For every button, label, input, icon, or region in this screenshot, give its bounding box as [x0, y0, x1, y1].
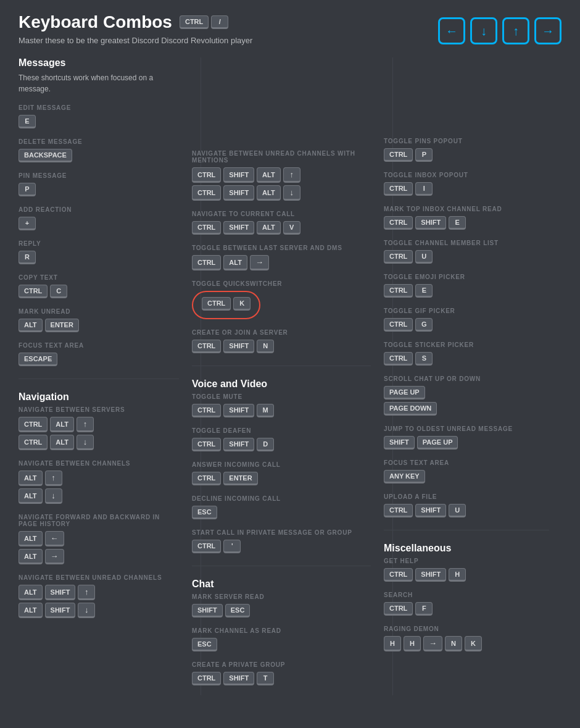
key-down: ↓: [283, 185, 300, 201]
header-left: Keyboard Combos CTRL / Master these to b…: [19, 12, 252, 45]
key-d: D: [257, 438, 274, 451]
key-ctrl: CTRL: [19, 285, 48, 298]
key-pageup: PAGE UP: [384, 386, 425, 400]
key-ctrl: CTRL: [384, 568, 413, 582]
key-ctrl: CTRL: [384, 148, 413, 162]
shortcut-toggle-quickswitcher: TOGGLE QUICKSWITCHER CTRL K: [192, 280, 371, 319]
get-help-label: GET HELP: [384, 558, 549, 564]
nav-right-arrow[interactable]: →: [534, 17, 561, 44]
shortcut-nav-current-call: NAVIGATE TO CURRENT CALL CTRL SHIFT ALT …: [192, 211, 371, 235]
toggle-inbox-label: TOGGLE INBOX POPOUT: [384, 172, 549, 178]
key-up: ↑: [77, 417, 94, 432]
title-key-slash: /: [211, 15, 228, 29]
key-up: ↑: [283, 167, 300, 183]
shortcut-search: SEARCH CTRL F: [384, 592, 549, 616]
key-down: ↓: [78, 603, 95, 618]
key-ctrl: CTRL: [192, 672, 221, 685]
key-h: H: [449, 568, 466, 582]
reply-label: REPLY: [19, 240, 179, 247]
key-shift: SHIFT: [223, 221, 254, 235]
quickswitcher-highlight: CTRL K: [192, 291, 260, 319]
title-key-ctrl: CTRL: [180, 15, 209, 29]
divider-3: [192, 566, 371, 566]
mark-channel-read-label: MARK CHANNEL AS READ: [192, 627, 371, 634]
shortcut-toggle-member-list: TOGGLE CHANNEL MEMBER LIST CTRL U: [384, 240, 549, 264]
voice-video-title: Voice and Video: [192, 379, 371, 390]
key-pagedown: PAGE DOWN: [384, 402, 437, 416]
key-shift: SHIFT: [223, 404, 254, 417]
key-r: R: [19, 251, 36, 264]
key-ctrl: CTRL: [384, 182, 413, 196]
nav-arrows: ← ↓ ↑ →: [438, 17, 561, 44]
key-shift: SHIFT: [223, 672, 254, 685]
divider-4: [384, 530, 549, 530]
shortcut-toggle-deafen: TOGGLE DEAFEN CTRL SHIFT D: [192, 427, 371, 451]
key-e: E: [449, 216, 466, 230]
toggle-deafen-label: TOGGLE DEAFEN: [192, 427, 371, 434]
upload-file-label: UPLOAD A FILE: [384, 493, 549, 500]
nav-down-arrow[interactable]: ↓: [470, 17, 497, 44]
key-shift: SHIFT: [45, 603, 76, 618]
key-up: ↑: [78, 585, 95, 600]
shortcut-jump-oldest-unread: JUMP TO OLDEST UNREAD MESSAGE SHIFT PAGE…: [384, 425, 549, 450]
scroll-chat-label: SCROLL CHAT UP OR DOWN: [384, 375, 549, 382]
jump-oldest-unread-label: JUMP TO OLDEST UNREAD MESSAGE: [384, 425, 549, 432]
key-ctrl: CTRL: [202, 297, 231, 311]
key-s: S: [415, 352, 433, 366]
create-join-server-label: CREATE OR JOIN A SERVER: [192, 329, 371, 336]
shortcut-nav-unread-mentions: NAVIGATE BETWEEN UNREAD CHANNELS WITH ME…: [192, 150, 371, 201]
copy-text-label: COPY TEXT: [19, 274, 179, 281]
focus-text-area-right-label: FOCUS TEXT AREA: [384, 459, 549, 466]
key-ctrl: CTRL: [192, 185, 221, 201]
key-shift: SHIFT: [192, 604, 223, 617]
nav-current-call-label: NAVIGATE TO CURRENT CALL: [192, 211, 371, 217]
toggle-emoji-label: TOGGLE EMOJI PICKER: [384, 274, 549, 280]
key-h2: H: [404, 636, 421, 651]
toggle-mute-label: TOGGLE MUTE: [192, 393, 371, 400]
shortcut-toggle-mute: TOGGLE MUTE CTRL SHIFT M: [192, 393, 371, 417]
mark-unread-label: MARK UNREAD: [19, 308, 179, 315]
shortcut-reply: REPLY R: [19, 240, 179, 264]
title-row: Keyboard Combos CTRL /: [19, 12, 252, 32]
shortcut-add-reaction: ADD REACTION +: [19, 206, 179, 230]
toggle-quickswitcher-label: TOGGLE QUICKSWITCHER: [192, 280, 371, 287]
toggle-sticker-label: TOGGLE STICKER PICKER: [384, 341, 549, 348]
toggle-last-server-label: TOGGLE BETWEEN LAST SERVER AND DMS: [192, 245, 371, 251]
key-esc: ESC: [192, 506, 217, 519]
key-enter: ENTER: [223, 472, 257, 485]
key-ctrl: CTRL: [384, 504, 413, 517]
key-esc: ESC: [192, 638, 217, 651]
key-f: F: [415, 602, 433, 616]
toggle-pins-label: TOGGLE PINS POPOUT: [384, 138, 549, 144]
create-private-group-label: CREATE A PRIVATE GROUP: [192, 661, 371, 668]
key-v: V: [283, 221, 300, 235]
shortcut-edit-message: EDIT MESSAGE E: [19, 104, 179, 128]
shortcut-mark-server-read: MARK SERVER READ SHIFT ESC: [192, 593, 371, 617]
nav-left-arrow[interactable]: ←: [438, 17, 465, 44]
start-call-label: START CALL IN PRIVATE MESSAGE OR GROUP: [192, 529, 371, 536]
shortcut-toggle-emoji: TOGGLE EMOJI PICKER CTRL E: [384, 274, 549, 298]
shortcut-scroll-chat: SCROLL CHAT UP OR DOWN PAGE UP PAGE DOWN: [384, 375, 549, 416]
misc-title: Miscellaneous: [384, 543, 549, 554]
shortcut-upload-file: UPLOAD A FILE CTRL SHIFT U: [384, 493, 549, 517]
focus-text-area-label: FOCUS TEXT AREA: [19, 342, 179, 349]
key-n: N: [445, 636, 462, 651]
key-alt: ALT: [257, 167, 281, 183]
shortcut-get-help: GET HELP CTRL SHIFT H: [384, 558, 549, 582]
key-u: U: [449, 504, 466, 517]
key-anykey: ANY KEY: [384, 470, 425, 483]
search-label: SEARCH: [384, 592, 549, 598]
key-alt: ALT: [19, 585, 43, 600]
shortcut-raging-demon: RAGING DEMON H H → N K: [384, 625, 549, 651]
key-esc: ESC: [225, 604, 251, 617]
key-u: U: [415, 250, 433, 264]
key-alt: ALT: [257, 221, 281, 235]
key-ctrl: CTRL: [192, 472, 221, 485]
shortcut-mark-inbox-read: MARK TOP INBOX CHANNEL READ CTRL SHIFT E: [384, 206, 549, 230]
mark-server-read-label: MARK SERVER READ: [192, 593, 371, 600]
key-shift: SHIFT: [223, 185, 254, 201]
nav-history-label: NAVIGATE FORWARD AND BACKWARD IN PAGE HI…: [19, 514, 179, 527]
key-g: G: [415, 318, 433, 332]
nav-up-arrow[interactable]: ↑: [502, 17, 529, 44]
key-alt: ALT: [50, 435, 74, 450]
